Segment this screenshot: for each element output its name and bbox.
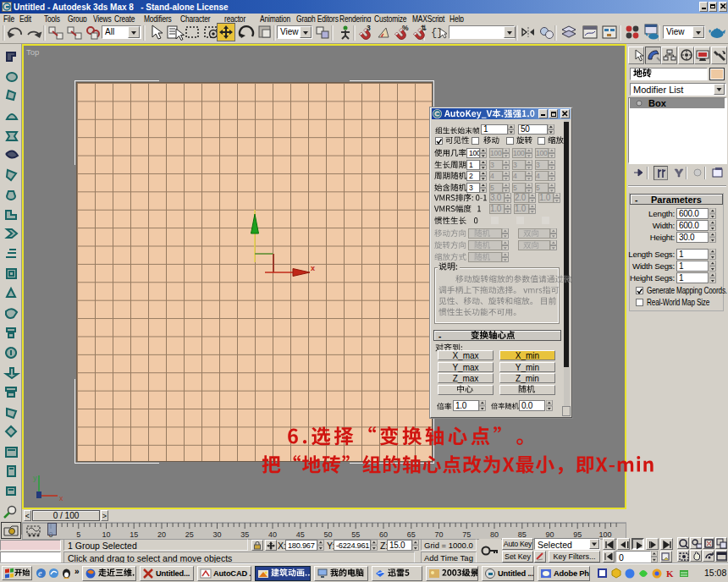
svg-text:60: 60	[379, 530, 388, 539]
svg-text:80: 80	[490, 530, 499, 539]
svg-text:65: 65	[407, 530, 416, 539]
svg-text:15: 15	[130, 530, 138, 539]
svg-text:%: %	[402, 24, 409, 32]
svg-text:70: 70	[434, 530, 443, 539]
svg-text:30: 30	[212, 530, 221, 539]
svg-text:50: 50	[323, 530, 332, 539]
svg-text:40: 40	[268, 530, 277, 539]
svg-text:5: 5	[76, 530, 80, 539]
svg-text:x: x	[311, 264, 315, 272]
svg-text:75: 75	[462, 530, 471, 539]
svg-text:10: 10	[102, 530, 110, 539]
svg-text:x: x	[59, 494, 63, 502]
svg-text:45: 45	[296, 530, 305, 539]
svg-text:K: K	[666, 568, 674, 579]
svg-text:e: e	[38, 568, 42, 578]
svg-text:y: y	[33, 474, 37, 482]
svg-text:35: 35	[240, 530, 249, 539]
svg-text:⇅: ⇅	[421, 24, 427, 32]
svg-text:20: 20	[157, 530, 166, 539]
svg-text:55: 55	[351, 530, 360, 539]
svg-text:3: 3	[367, 24, 371, 32]
svg-text:25: 25	[185, 530, 194, 539]
